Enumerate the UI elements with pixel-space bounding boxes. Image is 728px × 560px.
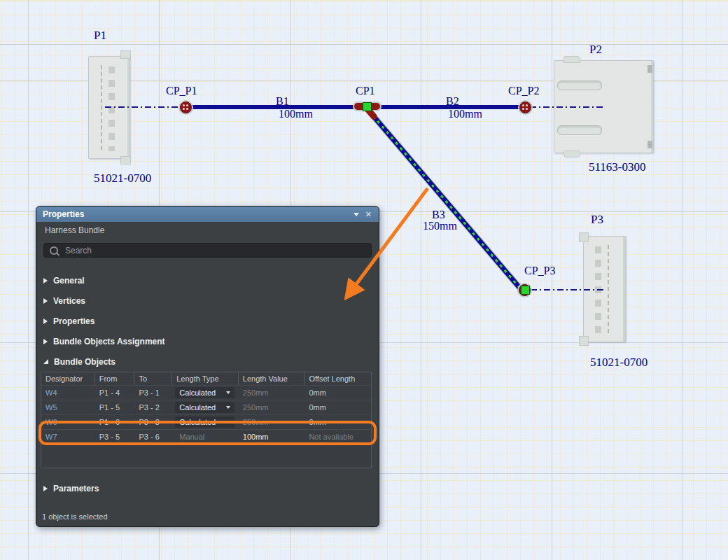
connector-p3-tab-bottom	[579, 336, 589, 346]
connection-line-p3	[531, 289, 606, 290]
dropdown-value: Calculated	[179, 418, 216, 426]
connector-p3-ref: P3	[591, 213, 603, 227]
chevron-down-icon	[226, 421, 230, 424]
table-row-w6[interactable]: W6 P1 - 6 P3 - 3 Calculated 250mm 0mm	[41, 414, 371, 429]
dropdown-value: Calculated	[179, 388, 216, 397]
cell-from: P1 - 5	[95, 403, 135, 412]
cell-length-value: 250mm	[239, 388, 305, 397]
panel-close-icon[interactable]: ✕	[365, 211, 372, 218]
cp-p1-point[interactable]	[180, 102, 192, 113]
cell-from: P1 - 4	[95, 388, 135, 397]
connector-p2-latch	[648, 65, 652, 73]
chevron-right-icon	[43, 298, 48, 304]
cell-offset-length: 0mm	[304, 403, 371, 412]
cell-designator: W4	[41, 388, 95, 397]
connector-p2-bump-top	[564, 56, 580, 63]
properties-panel-header[interactable]: Properties ✕	[36, 206, 379, 222]
bundle-b1-label: B1	[276, 95, 289, 108]
connector-p1-tab-bottom	[120, 156, 131, 164]
panel-collapse-icon[interactable]	[354, 213, 359, 216]
chevron-down-icon	[226, 391, 230, 394]
cp-p2-label: CP_P2	[508, 85, 539, 97]
bundle-objects-table: Designator From To Length Type Length Va…	[41, 372, 372, 468]
section-label: Parameters	[53, 484, 99, 493]
section-label: General	[53, 276, 85, 286]
bundle-b1-length: 100mm	[279, 108, 313, 120]
cp-p1-label: CP_P1	[166, 85, 197, 97]
bundle-b2-label: B2	[446, 95, 459, 108]
selection-status: 1 object is selected	[42, 512, 108, 521]
chevron-right-icon	[43, 278, 48, 284]
chevron-expanded-icon	[43, 359, 48, 364]
search-input[interactable]	[64, 245, 365, 256]
cell-designator: W7	[41, 433, 95, 441]
section-label: Properties	[53, 316, 94, 326]
connector-p3-part: 51021-0700	[590, 356, 648, 370]
column-header-designator[interactable]: Designator	[41, 372, 95, 385]
section-properties[interactable]: Properties	[36, 311, 379, 331]
connector-p1-tab-top	[120, 50, 131, 59]
cell-to: P3 - 3	[134, 418, 172, 426]
connector-p1-ref: P1	[94, 29, 106, 43]
cp-p3-label: CP_P3	[524, 265, 555, 277]
column-header-to[interactable]: To	[134, 372, 172, 385]
cell-to: P3 - 6	[134, 433, 172, 441]
chevron-right-icon	[43, 486, 48, 491]
column-header-from[interactable]: From	[95, 372, 135, 385]
connector-p3-tab-top	[579, 232, 589, 242]
connector-p1-part: 51021-0700	[94, 172, 151, 186]
column-header-length-type[interactable]: Length Type	[172, 372, 239, 385]
panel-title: Properties	[36, 209, 84, 219]
bundle-b3-length: 150mm	[423, 220, 457, 232]
cell-offset-length: 0mm	[304, 388, 371, 397]
bundle-b2-length: 100mm	[448, 108, 482, 120]
cp1-selected-vertex[interactable]	[363, 102, 372, 111]
table-row-w7[interactable]: W7 P3 - 5 P3 - 6 Manual 100mm Not availa…	[41, 429, 371, 444]
length-type-dropdown[interactable]: Calculated	[175, 387, 234, 398]
cell-designator: W5	[41, 403, 95, 412]
table-row-w5[interactable]: W5 P1 - 5 P3 - 2 Calculated 250mm 0mm	[41, 400, 371, 414]
cell-offset-length: Not available	[304, 433, 371, 441]
connector-p2-slot	[557, 80, 602, 90]
connector-p2-ref: P2	[589, 43, 602, 57]
connection-line-p1	[105, 106, 181, 108]
section-general[interactable]: General	[36, 270, 379, 290]
connector-p1-pins	[108, 66, 115, 151]
cell-designator: W6	[41, 418, 95, 426]
connector-p2-latch	[648, 141, 652, 148]
cell-length-value: 250mm	[239, 403, 305, 412]
bundle-b3-selection-dashes	[368, 110, 520, 288]
length-type-dropdown[interactable]: Calculated	[175, 416, 234, 428]
chevron-down-icon	[226, 406, 230, 409]
cp-p3-selected-vertex[interactable]	[521, 286, 530, 295]
object-type-label: Harness Bundle	[45, 225, 104, 235]
harness-editor: P1 51021-0700 P2 51163-0300 P3 51021-070	[0, 0, 728, 560]
connector-p1-keyline	[101, 65, 102, 150]
cell-from: P3 - 5	[95, 433, 135, 441]
cp-p2-point[interactable]	[519, 102, 531, 113]
cell-length-value: 250mm	[239, 418, 305, 426]
cell-from: P1 - 6	[95, 418, 135, 426]
cp1-label: CP1	[356, 85, 375, 97]
bundle-b3-selected[interactable]	[365, 107, 523, 290]
length-type-dropdown[interactable]: Calculated	[175, 402, 234, 413]
section-label: Bundle Objects	[54, 357, 115, 367]
section-vertices[interactable]: Vertices	[36, 290, 379, 311]
search-icon	[50, 246, 58, 255]
connector-p2-part: 51163-0300	[589, 160, 646, 174]
cell-to: P3 - 2	[134, 403, 172, 412]
section-parameters[interactable]: Parameters	[36, 478, 379, 498]
cell-offset-length: 0mm	[304, 418, 371, 426]
column-header-offset-length[interactable]: Offset Length	[304, 372, 371, 385]
properties-panel: Properties ✕ Harness Bundle General Vert…	[36, 206, 379, 527]
table-row-w4[interactable]: W4 P1 - 4 P3 - 1 Calculated 250mm 0mm	[41, 385, 371, 400]
search-box[interactable]	[43, 243, 372, 258]
column-header-length-value[interactable]: Length Value	[239, 372, 305, 385]
connector-p3-keyline	[608, 245, 609, 333]
connector-p3-pins	[595, 246, 601, 335]
section-bundle-objects[interactable]: Bundle Objects	[36, 351, 379, 372]
section-bundle-objects-assignment[interactable]: Bundle Objects Assignment	[36, 331, 379, 351]
chevron-right-icon	[43, 339, 48, 344]
section-label: Vertices	[53, 296, 85, 306]
cell-length-value[interactable]: 100mm	[239, 433, 305, 441]
